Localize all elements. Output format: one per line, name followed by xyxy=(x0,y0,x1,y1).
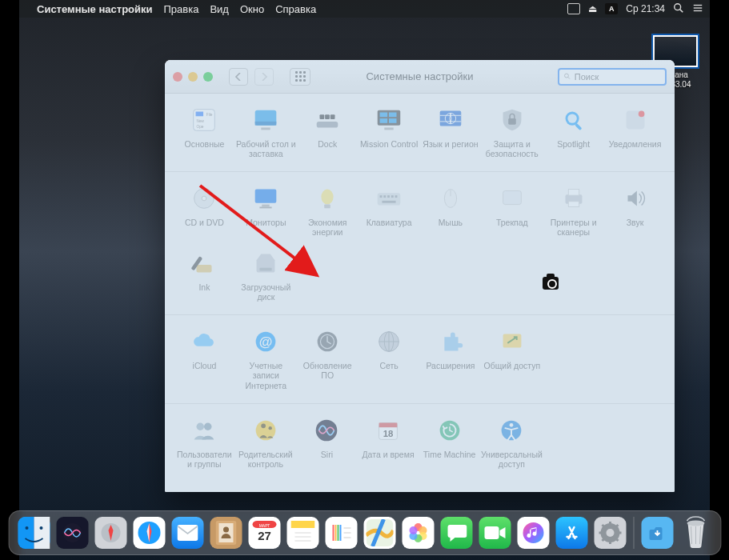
dock-siri[interactable] xyxy=(55,516,89,550)
pref-icloud[interactable]: iCloud xyxy=(174,326,234,390)
pref-sound[interactable]: Звук xyxy=(605,183,665,237)
pref-timemachine[interactable]: Time Machine xyxy=(419,415,479,469)
pref-cd[interactable]: CD и DVD xyxy=(174,183,234,237)
dock-safari[interactable] xyxy=(132,516,166,550)
pref-users[interactable]: Пользователи и группы xyxy=(174,415,234,469)
dock-downloads[interactable] xyxy=(640,516,674,550)
pref-label: Мышь xyxy=(421,218,481,237)
dock-maps[interactable] xyxy=(362,516,396,550)
dock-finder[interactable] xyxy=(17,516,50,550)
dock-calendar[interactable]: МАРТ27 xyxy=(247,516,281,550)
search-input[interactable] xyxy=(558,68,667,86)
dock-photos[interactable] xyxy=(401,516,435,550)
dock-itunes[interactable] xyxy=(516,516,550,550)
pref-label: Общий доступ xyxy=(482,361,542,380)
timemachine-icon xyxy=(435,415,465,446)
icloud-icon xyxy=(189,326,219,357)
pref-notif[interactable]: Уведомления xyxy=(605,105,665,158)
screenshot-camera-cursor xyxy=(543,277,559,290)
dock-sysprefs[interactable] xyxy=(593,516,627,550)
dock: МАРТ27 xyxy=(8,510,721,555)
dock-trash[interactable] xyxy=(679,516,712,550)
dock-facetime[interactable] xyxy=(478,516,511,550)
svg-rect-21 xyxy=(389,113,397,118)
dock-appstore[interactable] xyxy=(555,516,588,550)
pref-sharing[interactable]: Общий доступ xyxy=(482,326,542,390)
pref-date[interactable]: 18Дата и время xyxy=(358,415,419,469)
search-field[interactable] xyxy=(575,72,661,82)
sharing-icon xyxy=(497,326,527,357)
spotlight-menubar-icon[interactable] xyxy=(673,2,684,16)
pref-label: Защита и безопасность xyxy=(482,139,542,158)
ink-icon xyxy=(189,248,219,278)
pref-dock[interactable]: Dock xyxy=(298,105,358,158)
dock-contacts[interactable] xyxy=(209,516,242,550)
svg-rect-20 xyxy=(380,113,388,118)
dock-reminders[interactable] xyxy=(324,516,358,550)
forward-button[interactable] xyxy=(254,68,274,86)
notification-center-icon[interactable] xyxy=(692,2,703,16)
pref-spotlight[interactable]: Spotlight xyxy=(543,105,603,158)
pref-label: Siri xyxy=(297,450,357,469)
pref-displays[interactable]: Мониторы xyxy=(236,183,296,237)
pref-general[interactable]: FileNewOpeОсновные xyxy=(174,105,234,158)
airplay-icon[interactable] xyxy=(567,3,580,14)
pref-parental[interactable]: Родительский контроль xyxy=(236,415,296,469)
pref-energy[interactable]: Экономия энергии xyxy=(298,183,358,237)
pref-update[interactable]: Обновление ПО xyxy=(298,326,358,390)
pref-mission[interactable]: Mission Control xyxy=(359,105,419,158)
svg-rect-16 xyxy=(320,114,325,119)
dock-notes[interactable] xyxy=(286,516,319,550)
back-button[interactable] xyxy=(229,68,248,86)
app-menu[interactable]: Системные настройки xyxy=(37,3,153,15)
svg-rect-22 xyxy=(380,118,388,123)
pref-trackpad[interactable]: Трекпад xyxy=(482,183,542,237)
svg-rect-100 xyxy=(337,525,338,541)
pref-label: Dock xyxy=(298,139,358,158)
svg-rect-42 xyxy=(380,195,383,198)
svg-rect-99 xyxy=(334,525,336,541)
pref-mouse[interactable]: Мышь xyxy=(421,183,481,237)
accounts-icon: @ xyxy=(250,326,281,357)
zoom-button[interactable] xyxy=(203,72,213,82)
pref-printers[interactable]: Принтеры и сканеры xyxy=(543,183,603,237)
svg-rect-56 xyxy=(260,268,272,271)
menubar-clock[interactable]: Ср 21:34 xyxy=(626,3,665,14)
menu-edit[interactable]: Правка xyxy=(164,3,199,15)
menu-view[interactable]: Вид xyxy=(210,3,229,15)
mouse-icon xyxy=(435,183,466,214)
minimize-button[interactable] xyxy=(188,72,198,82)
pref-desktop[interactable]: Рабочий стол и заставка xyxy=(236,105,296,158)
dock-messages[interactable] xyxy=(439,516,473,550)
close-button[interactable] xyxy=(173,72,182,82)
svg-rect-72 xyxy=(379,422,398,427)
pref-label: Сеть xyxy=(359,361,419,380)
input-source-icon[interactable]: A xyxy=(605,3,618,14)
general-icon: FileNewOpe xyxy=(189,105,219,135)
svg-text:МАРТ: МАРТ xyxy=(258,523,270,528)
pref-ext[interactable]: Расширения xyxy=(421,326,481,390)
svg-rect-86 xyxy=(218,523,233,542)
pref-startup[interactable]: Загрузочный диск xyxy=(236,248,296,302)
menu-window[interactable]: Окно xyxy=(240,3,264,15)
svg-rect-27 xyxy=(508,118,516,125)
pref-network[interactable]: Сеть xyxy=(359,326,419,390)
svg-rect-93 xyxy=(290,521,314,528)
dock-mail[interactable] xyxy=(170,516,204,550)
pref-ink[interactable]: Ink xyxy=(174,248,234,302)
pref-lang[interactable]: Язык и регион xyxy=(421,105,481,158)
eject-icon[interactable]: ⏏ xyxy=(588,3,597,14)
pref-access[interactable]: Универсальный доступ xyxy=(481,415,543,469)
pref-keyboard[interactable]: Клавиатура xyxy=(359,183,419,237)
pref-accounts[interactable]: @Учетные записи Интернета xyxy=(236,326,296,390)
dock-launchpad[interactable] xyxy=(94,516,127,550)
pref-label: Звук xyxy=(605,218,665,237)
pref-label: Spotlight xyxy=(543,139,603,158)
show-all-button[interactable] xyxy=(290,68,310,86)
pref-siri[interactable]: Siri xyxy=(297,415,357,469)
menu-help[interactable]: Справка xyxy=(275,3,316,15)
printers-icon xyxy=(559,183,589,214)
svg-point-79 xyxy=(25,526,28,530)
dock-separator xyxy=(633,517,634,549)
pref-security[interactable]: Защита и безопасность xyxy=(482,105,542,158)
